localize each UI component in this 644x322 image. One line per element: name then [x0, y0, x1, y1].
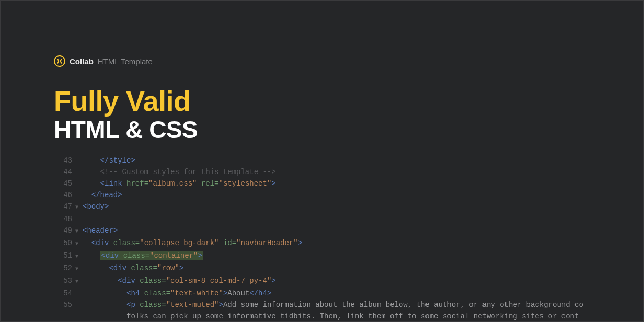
brand-block: Collab HTML Template	[54, 55, 153, 67]
line-number: 51	[48, 250, 75, 262]
line-number: 43	[48, 155, 75, 166]
line-number: 46	[48, 189, 75, 201]
code-line: 44 <!-- Custom styles for this template …	[48, 166, 644, 178]
line-number: 52	[48, 262, 75, 275]
code-line: 52 ▼ <div class="row">	[48, 262, 644, 275]
hero-line-1: Fully Valid	[54, 86, 198, 117]
code-line: 43 </style>	[48, 155, 644, 166]
fold-arrow-icon[interactable]: ▼	[75, 201, 83, 213]
brand-name: Collab	[70, 57, 94, 66]
code-editor[interactable]: 43 </style> 44 <!-- Custom styles for th…	[48, 155, 644, 322]
line-number: 49	[48, 225, 75, 237]
fold-arrow-icon[interactable]: ▼	[75, 262, 83, 275]
code-line: 54 <h4 class="text-white">About</h4>	[48, 288, 644, 299]
code-line: 46 </head>	[48, 189, 644, 201]
brand-suffix: HTML Template	[98, 57, 153, 66]
line-number: 44	[48, 166, 75, 178]
code-line: 50 ▼ <div class="collapse bg-dark" id="n…	[48, 237, 644, 250]
line-number: 48	[48, 213, 75, 225]
line-number: 54	[48, 288, 75, 299]
fold-arrow-icon[interactable]: ▼	[75, 225, 83, 237]
code-line: folks can pick up some informative tidbi…	[48, 310, 644, 322]
hero-line-2: HTML & CSS	[54, 117, 198, 143]
line-number: 55	[48, 299, 75, 310]
fold-arrow-icon[interactable]: ▼	[75, 275, 83, 288]
hero-heading: Fully Valid HTML & CSS	[54, 86, 198, 143]
code-line: 45 <link href="album.css" rel="styleshee…	[48, 178, 644, 189]
code-line: 47 ▼ <body>	[48, 201, 644, 213]
brand-logo-icon	[54, 55, 65, 67]
line-number: 45	[48, 178, 75, 189]
code-line: 53 ▼ <div class="col-sm-8 col-md-7 py-4"…	[48, 275, 644, 288]
line-number: 53	[48, 275, 75, 288]
line-number: 47	[48, 201, 75, 213]
fold-arrow-icon[interactable]: ▼	[75, 250, 83, 262]
code-line: 48	[48, 213, 644, 225]
code-line: 49 ▼ <header>	[48, 225, 644, 237]
line-number: 50	[48, 237, 75, 250]
code-line-highlighted: 51 ▼ <div class="container">	[48, 250, 644, 262]
svg-point-0	[54, 56, 65, 66]
fold-arrow-icon[interactable]: ▼	[75, 237, 83, 250]
code-line: 55 <p class="text-muted">Add some inform…	[48, 299, 644, 310]
